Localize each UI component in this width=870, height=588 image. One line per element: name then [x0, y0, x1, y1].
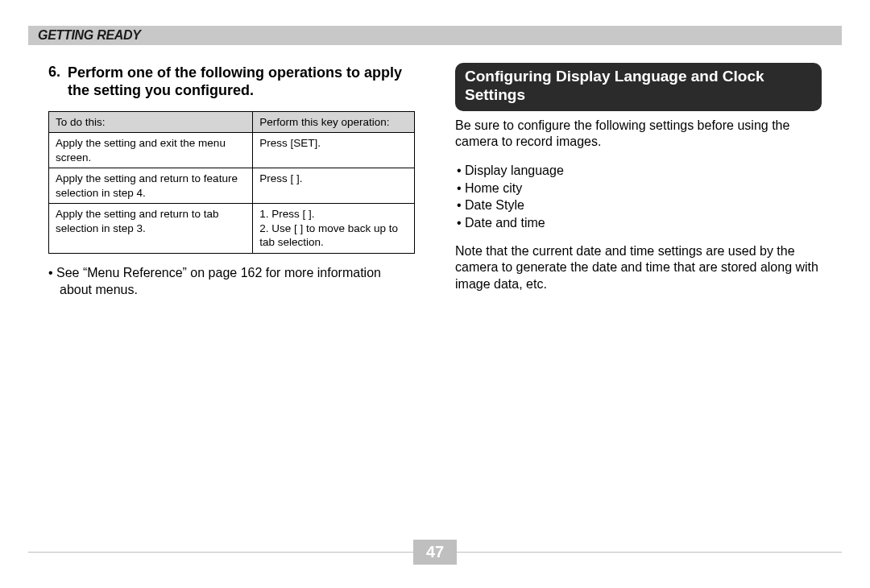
table-header-todo: To do this:	[49, 111, 253, 133]
table-cell-todo: Apply the setting and exit the menu scre…	[49, 133, 253, 168]
menu-reference-note: See “Menu Reference” on page 162 for mor…	[48, 265, 415, 299]
settings-bullet-list: Display language Home city Date Style Da…	[455, 162, 822, 231]
table-row: Apply the setting and return to tab sele…	[49, 204, 415, 254]
step-number: 6.	[48, 63, 66, 81]
operations-table: To do this: Perform this key operation: …	[48, 111, 415, 254]
page-footer: 47	[28, 538, 842, 565]
table-cell-keyop: Press [SET].	[253, 133, 415, 168]
step-text: Perform one of the following operations …	[66, 64, 415, 100]
right-column: Configuring Display Language and Clock S…	[455, 63, 822, 532]
table-cell-todo: Apply the setting and return to feature …	[49, 168, 253, 204]
table-cell-keyop: 1. Press [ ]. 2. Use [ ] to move back up…	[253, 204, 415, 254]
intro-paragraph: Be sure to configure the following setti…	[455, 118, 822, 151]
note-paragraph: Note that the current date and time sett…	[455, 243, 822, 293]
section-header-title: Getting Ready	[38, 28, 141, 43]
keyop-line: Press [SET].	[259, 136, 408, 151]
list-item: Display language	[457, 162, 822, 180]
page-number: 47	[413, 540, 457, 565]
table-cell-keyop: Press [ ].	[253, 168, 415, 204]
list-item: Date Style	[457, 197, 822, 214]
page-content: 6. Perform one of the following operatio…	[48, 63, 822, 532]
list-item: Home city	[457, 180, 822, 197]
table-cell-todo: Apply the setting and return to tab sele…	[49, 204, 253, 254]
table-header-keyop: Perform this key operation:	[253, 111, 415, 133]
footer-rule-left	[28, 552, 413, 553]
list-item: Date and time	[457, 214, 822, 232]
keyop-line: Press [ ].	[259, 172, 408, 186]
keyop-line: 1. Press [ ].	[259, 207, 408, 222]
section-title: Configuring Display Language and Clock S…	[455, 63, 822, 111]
footer-rule-right	[457, 552, 842, 553]
section-header: Getting Ready	[28, 26, 842, 45]
left-column: 6. Perform one of the following operatio…	[48, 63, 415, 532]
table-row: Apply the setting and exit the menu scre…	[49, 133, 415, 168]
table-row: Apply the setting and return to feature …	[49, 168, 415, 204]
table-header-row: To do this: Perform this key operation:	[49, 111, 415, 133]
step-heading: 6. Perform one of the following operatio…	[48, 63, 415, 100]
keyop-line: 2. Use [ ] to move back up to tab select…	[259, 222, 408, 250]
